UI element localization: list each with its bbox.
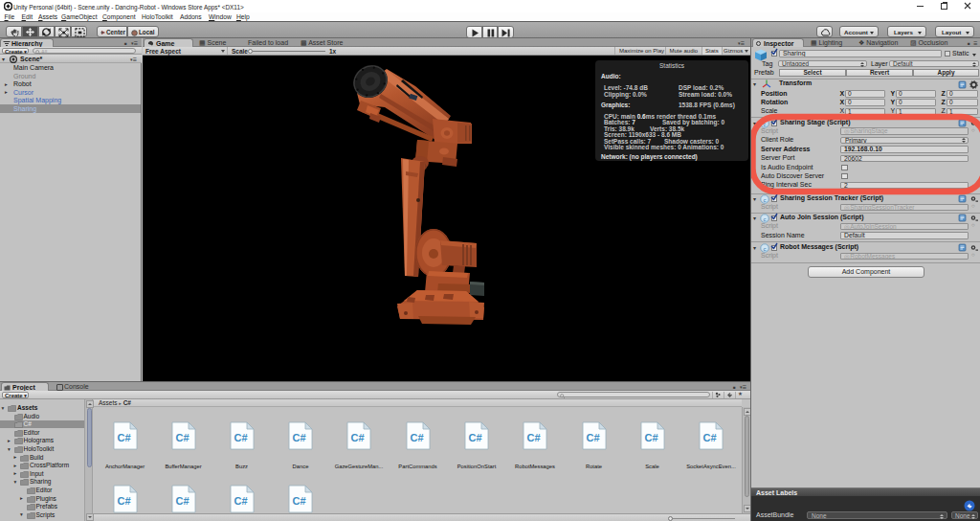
svg-text:C#: C# [644,432,657,443]
svg-text:C#: C# [292,432,305,443]
svg-text:C#: C# [234,495,247,507]
svg-text:C#: C# [702,432,716,443]
svg-text:C#: C# [175,495,189,507]
svg-text:C#: C# [117,495,130,507]
svg-text:C#: C# [350,432,364,443]
svg-text:c: c [764,197,767,203]
svg-text:C#: C# [175,432,189,443]
svg-text:C#: C# [292,495,305,507]
svg-text:C#: C# [586,432,599,443]
svg-text:C#: C# [526,432,540,443]
svg-text:c: c [764,216,767,222]
svg-text:c: c [764,246,767,252]
svg-text:C#: C# [410,432,423,443]
svg-text:C#: C# [234,432,247,443]
svg-text:C#: C# [117,432,130,443]
svg-text:C#: C# [468,432,481,443]
